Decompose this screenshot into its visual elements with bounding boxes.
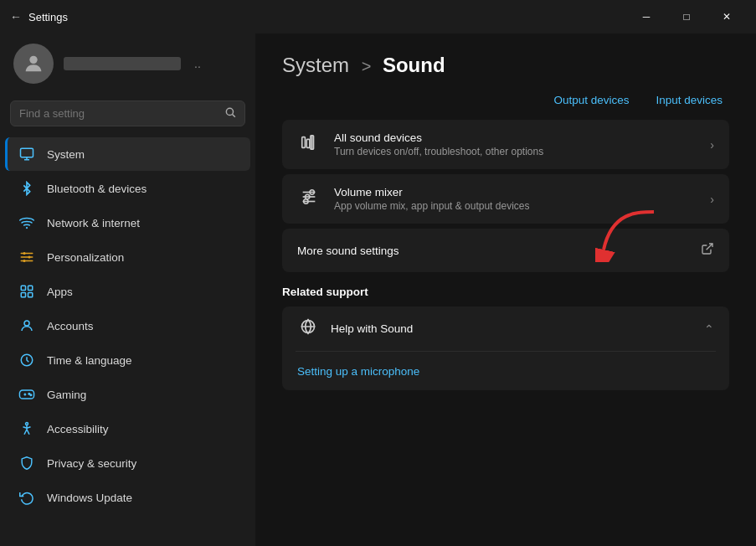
- sound-devices-icon: [297, 133, 321, 157]
- setup-mic-link[interactable]: Setting up a microphone: [297, 365, 419, 378]
- more-settings-label: More sound settings: [297, 245, 701, 257]
- setup-mic-row[interactable]: Setting up a microphone: [282, 352, 729, 390]
- card-all-sound-devices[interactable]: All sound devices Turn devices on/off, t…: [282, 120, 729, 169]
- card-volume-mixer-desc: App volume mix, app input & output devic…: [334, 200, 697, 212]
- svg-rect-15: [21, 293, 25, 297]
- sidebar-item-system[interactable]: System: [5, 137, 250, 171]
- sidebar-label-accessibility: Accessibility: [47, 423, 109, 435]
- help-sound-chevron: ⌃: [704, 322, 714, 336]
- card-volume-mixer-chevron: ›: [710, 193, 714, 206]
- sidebar-label-system: System: [47, 148, 85, 161]
- svg-point-24: [26, 423, 28, 425]
- network-icon: [18, 214, 35, 231]
- sidebar-label-privacy: Privacy & security: [47, 457, 136, 470]
- support-help-sound-row[interactable]: Help with Sound ⌃: [282, 306, 729, 351]
- maximize-button[interactable]: □: [667, 3, 706, 30]
- apps-icon: [18, 283, 35, 300]
- related-support-title: Related support: [282, 286, 729, 298]
- sidebar-label-update: Windows Update: [47, 492, 132, 504]
- sidebar-item-gaming[interactable]: Gaming: [5, 378, 250, 411]
- svg-rect-16: [28, 293, 33, 297]
- sidebar-label-gaming: Gaming: [47, 389, 86, 401]
- card-all-sound-desc: Turn devices on/off, troubleshoot, other…: [334, 146, 697, 157]
- sidebar-label-bluetooth: Bluetooth & devices: [47, 183, 147, 195]
- personalization-icon: [18, 249, 35, 265]
- svg-point-6: [26, 227, 28, 229]
- card-all-sound-chevron: ›: [710, 138, 714, 152]
- card-volume-mixer-title: Volume mixer: [334, 186, 697, 198]
- svg-line-27: [27, 430, 29, 435]
- sidebar-label-time: Time & language: [47, 354, 132, 367]
- card-all-sound-text: All sound devices Turn devices on/off, t…: [334, 131, 697, 157]
- sidebar-item-privacy[interactable]: Privacy & security: [5, 446, 250, 480]
- bluetooth-icon: [18, 180, 35, 197]
- privacy-icon: [18, 455, 35, 471]
- sidebar-item-accounts[interactable]: Accounts: [5, 309, 250, 343]
- svg-line-26: [24, 430, 27, 435]
- external-link-icon: [701, 242, 714, 259]
- help-sound-label: Help with Sound: [331, 322, 692, 335]
- sidebar-item-apps[interactable]: Apps: [5, 275, 250, 308]
- sidebar-item-network[interactable]: Network & internet: [5, 206, 250, 240]
- more-sound-settings-row[interactable]: More sound settings: [282, 229, 729, 272]
- card-all-sound-title: All sound devices: [334, 131, 697, 144]
- svg-rect-28: [302, 136, 306, 147]
- titlebar: ← Settings ─ □ ✕: [0, 0, 756, 33]
- close-button[interactable]: ✕: [707, 3, 746, 30]
- support-card: Help with Sound ⌃ Setting up a microphon…: [282, 306, 729, 390]
- volume-mixer-icon: [297, 188, 321, 211]
- titlebar-left: ← Settings: [10, 10, 68, 23]
- breadcrumb-separator: >: [362, 57, 376, 75]
- search-icon: [224, 106, 236, 121]
- user-profile[interactable]: ..: [0, 33, 255, 94]
- breadcrumb: System > Sound: [282, 54, 729, 77]
- svg-point-10: [23, 252, 26, 255]
- svg-point-12: [23, 260, 26, 262]
- svg-point-17: [24, 321, 29, 326]
- tab-links: Output devices Input devices: [282, 94, 729, 106]
- avatar: [13, 44, 54, 84]
- update-icon: [18, 489, 35, 506]
- sidebar-item-bluetooth[interactable]: Bluetooth & devices: [5, 172, 250, 205]
- sidebar-label-accounts: Accounts: [47, 320, 94, 332]
- titlebar-controls: ─ □ ✕: [627, 3, 746, 30]
- svg-rect-29: [306, 139, 310, 147]
- accessibility-icon: [18, 420, 35, 437]
- back-button[interactable]: ←: [10, 10, 22, 23]
- gaming-icon: [18, 386, 35, 403]
- sidebar-item-accessibility[interactable]: Accessibility: [5, 412, 250, 446]
- user-dots: ..: [194, 57, 201, 70]
- content-area: System > Sound Output devices Input devi…: [255, 33, 756, 546]
- tab-input-devices[interactable]: Input devices: [656, 94, 723, 106]
- svg-point-23: [30, 394, 32, 396]
- sidebar-item-time[interactable]: Time & language: [5, 343, 250, 377]
- search-box[interactable]: [10, 100, 245, 126]
- svg-line-38: [707, 244, 712, 250]
- system-icon: [18, 146, 35, 162]
- svg-rect-3: [21, 148, 33, 157]
- help-sound-icon: [297, 318, 319, 339]
- tab-output-devices[interactable]: Output devices: [553, 94, 629, 106]
- breadcrumb-parent: System: [282, 54, 349, 76]
- card-volume-mixer-text: Volume mixer App volume mix, app input &…: [334, 186, 697, 212]
- minimize-button[interactable]: ─: [627, 3, 666, 30]
- sidebar-item-personalization[interactable]: Personalization: [5, 240, 250, 274]
- sidebar-label-apps: Apps: [47, 286, 73, 298]
- sidebar-item-update[interactable]: Windows Update: [5, 481, 250, 514]
- accounts-icon: [18, 317, 35, 334]
- nav-items: System Bluetooth & devices Network & int…: [0, 136, 255, 546]
- time-icon: [18, 352, 35, 368]
- sidebar: .. System Bluetooth & devices: [0, 33, 255, 546]
- svg-line-2: [233, 115, 235, 117]
- search-input[interactable]: [19, 107, 218, 120]
- svg-rect-14: [28, 286, 33, 290]
- main-layout: .. System Bluetooth & devices: [0, 33, 756, 546]
- svg-rect-13: [21, 286, 25, 290]
- sidebar-label-network: Network & internet: [47, 217, 140, 229]
- breadcrumb-current: Sound: [383, 54, 445, 76]
- card-volume-mixer[interactable]: Volume mixer App volume mix, app input &…: [282, 174, 729, 224]
- svg-point-1: [226, 108, 233, 115]
- titlebar-title: Settings: [28, 11, 68, 23]
- more-settings-container: More sound settings: [282, 229, 729, 272]
- svg-point-0: [29, 56, 37, 64]
